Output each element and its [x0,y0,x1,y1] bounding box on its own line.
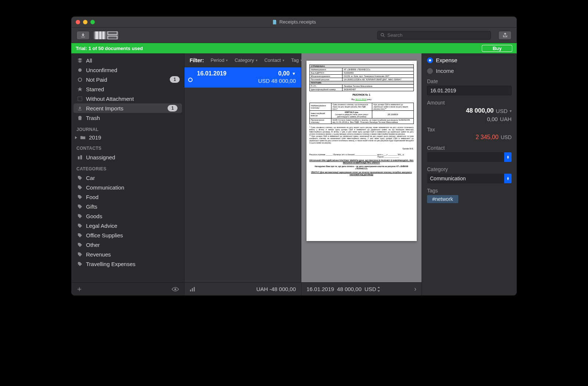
tax-field[interactable]: 2 345,00USD [427,134,512,141]
preview-date: 16.01.2019 [306,286,334,292]
date-field[interactable]: 16.01.2019 [427,86,512,95]
sidebar-category-travelling-expenses[interactable]: Travelling Expenses [71,259,184,269]
sidebar-category-communication[interactable]: Communication [71,183,184,192]
svg-rect-3 [108,31,117,35]
chevron-down-icon: ▾ [510,109,512,113]
svg-rect-4 [108,36,117,39]
sidebar-item-trash[interactable]: Trash [71,113,184,123]
sidebar-item-unconfirmed[interactable]: Unconfirmed [71,65,184,75]
sidebar-footer [71,282,184,295]
window-title: Receipts.receipts [279,19,316,25]
svg-point-9 [175,288,176,290]
view-columns-button[interactable] [94,31,106,39]
sidebar-item-unassigned[interactable]: Unassigned [71,152,184,162]
sidebar-item-not-paid[interactable]: Not Paid1 [71,75,184,84]
list-total: UAH -48 000,00 [256,286,296,292]
disclosure-triangle-icon [74,136,78,139]
updown-icon [377,287,380,292]
sidebar-item-all[interactable]: All [71,56,184,65]
sidebar-section-journal: JOURNAL [71,123,184,134]
chart-icon[interactable] [190,287,196,292]
currency-picker[interactable]: USD [365,286,381,292]
svg-rect-8 [78,96,82,100]
search-field[interactable] [377,31,491,40]
tax-label: Tax [427,127,512,132]
titlebar: Receipts.receipts [71,17,517,28]
receipt-amount: 0,00 [278,70,290,77]
svg-rect-2 [102,31,104,39]
filter-tag[interactable]: Tag [291,57,302,63]
trash-icon [77,115,83,121]
amount-secondary[interactable]: 0,00UAH [427,116,512,122]
close-window-button[interactable] [76,20,80,24]
journal-year-row[interactable]: 2019 [71,134,184,141]
count-badge: 1 [168,105,178,111]
tags-label: Tags [427,188,512,194]
preview-amount: 48 000,00 [337,286,362,292]
category-select[interactable]: Communication▴▾ [427,174,512,183]
count-badge: 1 [170,76,180,83]
sidebar-item-recent-imports[interactable]: Recent Imports1 [74,103,182,113]
detail-panel: Expense Income Date 16.01.2019 Amount 48… [422,53,517,295]
trial-text: Trial: 1 of 50 documents used [76,46,143,51]
chevron-down-icon: ▼ [292,71,296,76]
svg-rect-11 [192,288,193,291]
circle-dot-icon [77,67,83,73]
sidebar-category-goods[interactable]: Goods [71,211,184,221]
document-icon [272,20,277,25]
contact-select[interactable]: ▴▾ [427,152,512,162]
type-expense-radio[interactable]: Expense [427,57,512,63]
sidebar-category-gifts[interactable]: Gifts [71,202,184,211]
minimize-window-button[interactable] [83,20,87,24]
sidebar-category-car[interactable]: Car [71,173,184,183]
zoom-window-button[interactable] [90,20,95,24]
sidebar-item-starred[interactable]: Starred [71,84,184,94]
sidebar-category-other[interactable]: Other [71,240,184,249]
date-label: Date [427,78,512,84]
tag-icon [77,175,83,181]
sidebar-category-revenues[interactable]: Revenues [71,249,184,259]
receipt-date: 16.01.2019 [197,70,278,77]
filter-category[interactable]: Category [234,57,258,63]
document-preview[interactable]: ОТРИМУВАЧ: Найменування:АТ «ЗНВКІФ «ТЕНН… [306,61,417,241]
filter-period[interactable]: Period [211,57,228,63]
sidebar-category-office-supplies[interactable]: Office Supplies [71,230,184,240]
contact-label: Contact [427,145,512,151]
receipt-row[interactable]: 16.01.2019 0,00▼ USD 48 000,00 [184,67,301,88]
tag-icon [77,233,83,238]
search-icon [380,33,385,38]
building-icon [77,155,83,160]
buy-button[interactable]: Buy [482,45,512,52]
receipt-list-column: Filter: Period Category Contact Tag Feat… [184,53,301,295]
svg-point-7 [78,78,81,81]
toolbar [71,28,517,43]
add-icon[interactable] [76,286,82,292]
search-input[interactable] [387,32,488,38]
tag-chip[interactable]: #network [427,195,458,203]
view-grid-button[interactable] [106,31,119,39]
tag-icon [77,204,83,209]
amount-primary[interactable]: 48 000,00USD▾ [427,107,512,114]
share-button[interactable] [498,31,512,40]
tag-icon [77,185,83,190]
svg-point-6 [78,68,81,71]
amount-label: Amount [427,100,512,106]
category-label: Category [427,166,512,172]
circle-o-icon [77,77,83,82]
type-income-radio[interactable]: Income [427,68,512,74]
list-footer: UAH -48 000,00 [184,282,301,295]
tag-icon [77,194,83,200]
trial-banner: Trial: 1 of 50 documents used Buy [71,43,517,53]
app-window: Receipts.receipts Trial: 1 of 50 documen… [71,16,517,296]
tag-icon [77,223,83,229]
eye-icon[interactable] [172,287,179,292]
sidebar-item-without-attachment[interactable]: Without Attachment [71,94,184,103]
filter-contact[interactable]: Contact [264,57,284,63]
import-button[interactable] [76,31,90,40]
sidebar-category-food[interactable]: Food [71,192,184,202]
download-icon [77,106,83,111]
window-controls [76,20,95,24]
sidebar-category-legal-advice[interactable]: Legal Advice [71,221,184,230]
view-mode-segment [93,31,119,40]
chevron-right-icon[interactable]: › [414,285,416,293]
